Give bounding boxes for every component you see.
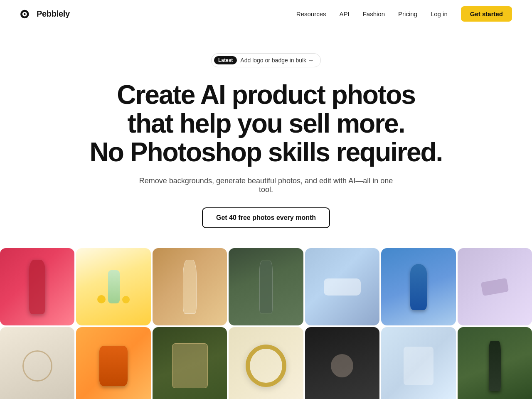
logo-icon: [20, 10, 33, 19]
nav-link-login[interactable]: Log in: [431, 10, 448, 17]
grid-item-7[interactable]: [458, 248, 532, 325]
badge-text: Add logo or badge in bulk →: [240, 57, 314, 64]
hero-heading: Create AI product photos that help you s…: [87, 81, 445, 167]
product-visual: [381, 248, 456, 325]
nav-link-pricing[interactable]: Pricing: [398, 10, 417, 17]
product-visual: [305, 327, 379, 399]
hero-section: Latest Add logo or badge in bulk → Creat…: [0, 28, 532, 248]
hero-heading-line1: Create AI product photos: [117, 80, 415, 110]
grid-item-12[interactable]: [305, 327, 379, 399]
logo-text: Pebblely: [37, 9, 70, 19]
logo-link[interactable]: Pebblely: [20, 9, 70, 19]
grid-item-2[interactable]: [76, 248, 150, 325]
nav-links: Resources API Fashion Pricing Log in Get…: [296, 6, 512, 22]
product-visual: [381, 327, 456, 399]
photo-row-2: [0, 327, 532, 399]
nav-link-resources[interactable]: Resources: [296, 10, 326, 17]
grid-item-9[interactable]: [76, 327, 150, 399]
grid-item-8[interactable]: [0, 327, 74, 399]
product-visual: [305, 248, 379, 325]
navbar: Pebblely Resources API Fashion Pricing L…: [0, 0, 532, 28]
product-visual: [229, 327, 303, 399]
photo-row-1: [0, 248, 532, 327]
product-visual: [153, 248, 227, 325]
grid-item-6[interactable]: [381, 248, 456, 325]
grid-item-10[interactable]: [153, 327, 227, 399]
grid-item-3[interactable]: [153, 248, 227, 325]
product-visual: [0, 327, 74, 399]
hero-cta-button[interactable]: Get 40 free photos every month: [202, 207, 330, 228]
photo-grid: [0, 248, 532, 399]
hero-subtext: Remove backgrounds, generate beautiful p…: [137, 177, 395, 194]
badge-pill-label: Latest: [214, 56, 237, 64]
product-visual: [458, 248, 532, 325]
svg-point-2: [24, 13, 26, 15]
product-visual: [229, 248, 303, 325]
nav-link-api[interactable]: API: [340, 10, 350, 17]
hero-heading-line2: that help you sell more.: [128, 108, 405, 138]
grid-item-13[interactable]: [381, 327, 456, 399]
product-visual: [458, 327, 532, 399]
hero-badge[interactable]: Latest Add logo or badge in bulk →: [211, 53, 321, 67]
product-visual: [0, 248, 74, 325]
grid-item-14[interactable]: [458, 327, 532, 399]
grid-item-4[interactable]: [229, 248, 303, 325]
hero-heading-line3: No Photoshop skills required.: [90, 137, 443, 167]
product-visual: [153, 327, 227, 399]
grid-item-11[interactable]: [229, 327, 303, 399]
grid-item-1[interactable]: [0, 248, 74, 325]
nav-get-started-button[interactable]: Get started: [461, 6, 512, 22]
grid-item-5[interactable]: [305, 248, 379, 325]
product-visual: [76, 327, 150, 399]
product-visual: [76, 248, 150, 325]
nav-link-fashion[interactable]: Fashion: [363, 10, 385, 17]
